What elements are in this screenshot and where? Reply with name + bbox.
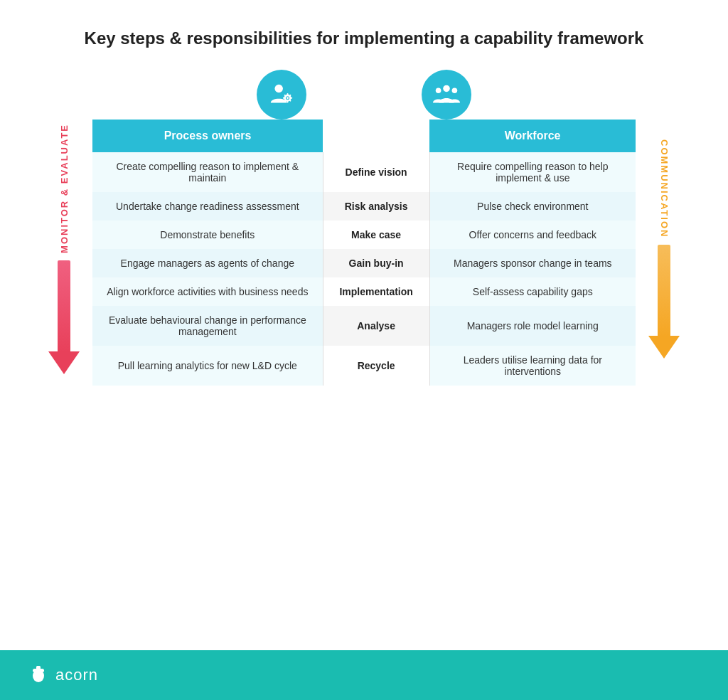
table-row: Align workforce activities with business… bbox=[92, 277, 636, 306]
svg-line-10 bbox=[289, 100, 290, 100]
svg-rect-20 bbox=[36, 666, 41, 669]
cell-middle: Implementation bbox=[323, 277, 429, 306]
cell-right: Self-assess capability gaps bbox=[429, 277, 636, 306]
cell-right: Managers sponsor change in teams bbox=[429, 249, 636, 277]
icon-row bbox=[92, 70, 636, 120]
cell-left: Create compelling reason to implement & … bbox=[92, 152, 323, 192]
table-row: Undertake change readiness assessmentRis… bbox=[92, 192, 636, 221]
table-wrapper: Process owners Workforce Create compelli… bbox=[92, 70, 636, 386]
table-row: Create compelling reason to implement & … bbox=[92, 152, 636, 192]
page-title: Key steps & responsibilities for impleme… bbox=[85, 28, 644, 48]
cell-left: Evaluate behavioural change in performan… bbox=[92, 306, 323, 346]
col-header-right: Workforce bbox=[429, 120, 636, 152]
right-arrow-container: COMMUNICATION bbox=[643, 112, 685, 386]
cell-right: Managers role model learning bbox=[429, 306, 636, 346]
cell-middle: Make case bbox=[323, 221, 429, 249]
cell-right: Require compelling reason to help implem… bbox=[429, 152, 636, 192]
cell-right: Pulse check environment bbox=[429, 192, 636, 221]
cell-left: Engage managers as agents of change bbox=[92, 249, 323, 277]
svg-marker-17 bbox=[648, 336, 680, 359]
cell-middle: Recycle bbox=[323, 346, 429, 386]
svg-point-13 bbox=[443, 85, 450, 92]
cell-left: Pull learning analytics for new L&D cycl… bbox=[92, 346, 323, 386]
svg-point-4 bbox=[287, 97, 289, 99]
footer-logo: acorn bbox=[28, 663, 98, 687]
footer-brand-text: acorn bbox=[55, 666, 98, 684]
main-table: Process owners Workforce Create compelli… bbox=[92, 120, 636, 386]
table-row: Evaluate behavioural change in performan… bbox=[92, 306, 636, 346]
left-arrow-label: MONITOR & EVALUATE bbox=[59, 124, 70, 253]
svg-line-11 bbox=[289, 95, 290, 96]
process-owner-icon-circle bbox=[257, 70, 306, 120]
people-group-icon bbox=[433, 81, 460, 108]
diagram-wrapper: MONITOR & EVALUATE bbox=[43, 70, 685, 386]
cell-left: Align workforce activities with business… bbox=[92, 277, 323, 306]
acorn-logo-icon bbox=[28, 663, 48, 683]
table-row: Engage managers as agents of changeGain … bbox=[92, 249, 636, 277]
footer: acorn bbox=[0, 650, 728, 700]
person-gear-icon bbox=[268, 81, 295, 108]
svg-point-15 bbox=[452, 88, 458, 94]
cell-middle: Define vision bbox=[323, 152, 429, 192]
main-content: Key steps & responsibilities for impleme… bbox=[0, 0, 728, 650]
cell-middle: Gain buy-in bbox=[323, 249, 429, 277]
svg-rect-0 bbox=[58, 260, 70, 353]
svg-line-12 bbox=[285, 100, 286, 100]
cell-left: Demonstrate benefits bbox=[92, 221, 323, 249]
cell-right: Leaders utilise learning data for interv… bbox=[429, 346, 636, 386]
col-header-left: Process owners bbox=[92, 120, 323, 152]
left-arrow-container: MONITOR & EVALUATE bbox=[43, 112, 85, 386]
svg-marker-1 bbox=[48, 351, 80, 374]
right-arrow-icon bbox=[648, 245, 680, 359]
col-header-middle bbox=[323, 120, 429, 152]
svg-rect-16 bbox=[658, 245, 670, 337]
workforce-icon-circle bbox=[422, 70, 471, 120]
cell-middle: Analyse bbox=[323, 306, 429, 346]
acorn-icon bbox=[28, 663, 48, 687]
cell-right: Offer concerns and feedback bbox=[429, 221, 636, 249]
svg-line-9 bbox=[285, 95, 286, 96]
right-arrow-label: COMMUNICATION bbox=[659, 139, 670, 238]
table-row: Demonstrate benefitsMake caseOffer conce… bbox=[92, 221, 636, 249]
svg-point-14 bbox=[436, 88, 441, 94]
svg-point-2 bbox=[275, 85, 283, 92]
table-row: Pull learning analytics for new L&D cycl… bbox=[92, 346, 636, 386]
left-arrow-icon bbox=[48, 260, 80, 374]
cell-middle: Risk analysis bbox=[323, 192, 429, 221]
cell-left: Undertake change readiness assessment bbox=[92, 192, 323, 221]
